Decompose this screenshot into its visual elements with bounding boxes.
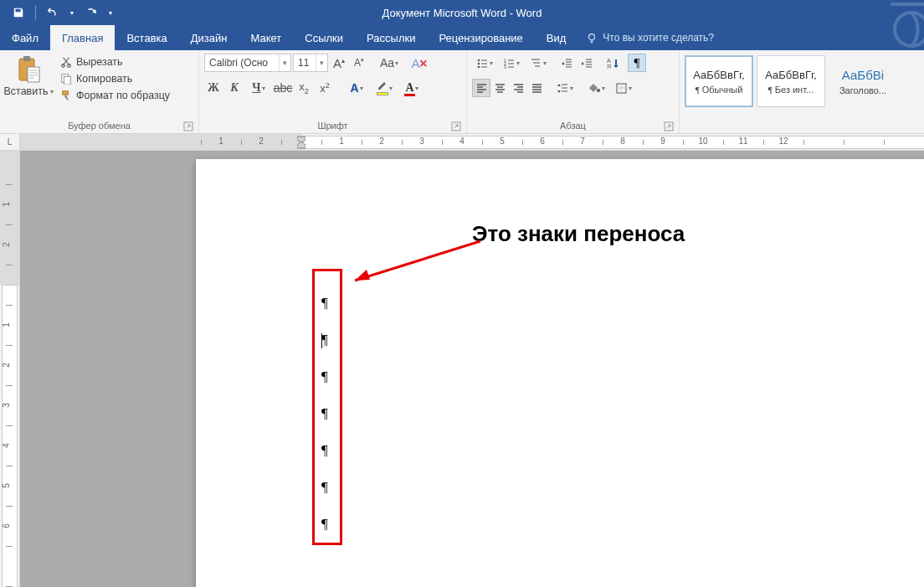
svg-text:A: A: [411, 56, 420, 70]
style-normal[interactable]: АаБбВвГг, ¶Обычный: [685, 55, 753, 107]
title-bar: ▾ ▾ Документ Microsoft Word - Word: [0, 0, 924, 25]
show-hide-marks-button[interactable]: ¶: [628, 54, 646, 72]
change-case-button[interactable]: Aa▾: [377, 54, 402, 72]
annotation-arrow: [338, 234, 497, 293]
svg-point-0: [895, 13, 924, 46]
paste-button[interactable]: Вставить▾: [5, 54, 52, 97]
format-painter-button[interactable]: Формат по образцу: [55, 87, 175, 104]
font-launcher[interactable]: [451, 121, 461, 131]
cut-button[interactable]: Вырезать: [55, 54, 175, 70]
svg-point-14: [478, 62, 480, 64]
style-preview: АаБбВвГг,: [765, 69, 816, 81]
highlight-color-button[interactable]: ▾: [372, 79, 397, 97]
cut-label: Вырезать: [76, 56, 123, 68]
annotation-box: [312, 269, 342, 545]
workspace: L 21123456789101112 21123456 ¶¶¶¶¶¶¶ Это…: [0, 134, 924, 587]
bold-button[interactable]: Ж: [204, 79, 223, 97]
clear-formatting-button[interactable]: A: [410, 54, 429, 72]
svg-rect-3: [23, 56, 30, 61]
copy-button[interactable]: Копировать: [55, 70, 175, 87]
align-center-button[interactable]: [490, 79, 509, 97]
svg-point-5: [62, 64, 65, 68]
tab-file[interactable]: Файл: [0, 25, 50, 50]
group-font-label: Шрифт: [317, 121, 347, 131]
window-title: Документ Microsoft Word - Word: [382, 7, 542, 19]
tab-view[interactable]: Вид: [535, 25, 578, 50]
ruler-corner[interactable]: L: [0, 134, 20, 151]
underline-button[interactable]: Ч▾: [246, 79, 271, 97]
horizontal-ruler[interactable]: 21123456789101112: [20, 134, 924, 151]
shrink-font-button[interactable]: A▾: [350, 54, 368, 72]
svg-rect-8: [64, 76, 70, 85]
style-no-spacing[interactable]: АаБбВвГг, ¶Без инт...: [757, 55, 825, 107]
align-left-button[interactable]: [472, 79, 490, 97]
ribbon-tabs: Файл Главная Вставка Дизайн Макет Ссылки…: [0, 25, 924, 50]
align-right-button[interactable]: [509, 79, 527, 97]
style-preview: АаБбВвГг,: [693, 69, 744, 81]
svg-line-26: [355, 241, 480, 281]
copy-label: Копировать: [76, 73, 132, 85]
grow-font-button[interactable]: A▴: [330, 54, 348, 72]
sort-button[interactable]: AЯ: [603, 54, 621, 72]
format-painter-label: Формат по образцу: [76, 90, 170, 101]
group-paragraph: ▾ 123▾ ▾ AЯ ¶ ▾: [467, 50, 680, 133]
numbering-button[interactable]: 123▾: [499, 54, 524, 72]
svg-rect-9: [63, 91, 69, 95]
style-name: Заголово...: [839, 85, 886, 95]
shading-button[interactable]: ▾: [584, 79, 609, 97]
svg-point-15: [478, 65, 480, 68]
tab-references[interactable]: Ссылки: [293, 25, 355, 50]
group-clipboard-label: Буфер обмена: [68, 121, 131, 131]
multilevel-list-button[interactable]: ▾: [526, 54, 551, 72]
strikethrough-button[interactable]: abc: [274, 79, 292, 97]
svg-text:3: 3: [504, 64, 506, 70]
svg-text:Я: Я: [607, 64, 611, 70]
line-spacing-button[interactable]: ▾: [552, 79, 578, 97]
svg-point-13: [478, 59, 480, 61]
qat-customize-dropdown[interactable]: ▾: [105, 2, 116, 23]
group-paragraph-label: Абзац: [560, 121, 586, 131]
svg-rect-4: [28, 67, 39, 82]
vertical-ruler[interactable]: 21123456: [0, 151, 20, 587]
decorative-swirl: [865, 0, 924, 67]
font-size-value: 11: [298, 57, 309, 69]
subscript-button[interactable]: x2: [295, 79, 313, 97]
italic-button[interactable]: К: [225, 79, 244, 97]
tab-mailings[interactable]: Рассылки: [355, 25, 427, 50]
decrease-indent-button[interactable]: [557, 54, 576, 72]
tab-home[interactable]: Главная: [50, 25, 115, 50]
undo-history-dropdown[interactable]: ▾: [66, 2, 78, 23]
superscript-button[interactable]: x2: [316, 79, 334, 97]
group-font: Calibri (Осно▾ 11▾ A▴ A▾ Aa▾ A Ж К Ч▾ ab…: [199, 50, 467, 133]
font-color-button[interactable]: A▾: [399, 79, 424, 97]
tell-me-search[interactable]: Что вы хотите сделать?: [586, 25, 714, 50]
document-area[interactable]: ¶¶¶¶¶¶¶ Это знаки переноса: [20, 151, 924, 587]
bullets-button[interactable]: ▾: [472, 54, 497, 72]
redo-button[interactable]: [80, 2, 103, 23]
ribbon: Вставить▾ Вырезать Копировать Формат по …: [0, 50, 924, 134]
paragraph-launcher[interactable]: [664, 121, 674, 131]
style-name: Без инт...: [775, 85, 814, 95]
svg-text:A: A: [607, 58, 611, 64]
font-size-combo[interactable]: 11▾: [293, 54, 328, 72]
justify-button[interactable]: [527, 79, 546, 97]
clipboard-launcher[interactable]: [183, 121, 193, 131]
font-name-combo[interactable]: Calibri (Осно▾: [204, 54, 291, 72]
style-preview: АаБбВі: [842, 68, 884, 82]
style-name: Обычный: [702, 85, 743, 95]
font-name-value: Calibri (Осно: [209, 57, 268, 69]
svg-marker-25: [297, 142, 305, 148]
svg-point-21: [597, 89, 600, 92]
save-button[interactable]: [7, 2, 30, 23]
increase-indent-button[interactable]: [578, 54, 596, 72]
tab-insert[interactable]: Вставка: [115, 25, 178, 50]
borders-button[interactable]: ▾: [611, 79, 636, 97]
tab-review[interactable]: Рецензирование: [427, 25, 534, 50]
text-effects-button[interactable]: A▾: [344, 79, 369, 97]
tab-design[interactable]: Дизайн: [179, 25, 239, 50]
svg-point-6: [68, 64, 71, 68]
tab-layout[interactable]: Макет: [239, 25, 293, 50]
quick-access-toolbar: ▾ ▾: [0, 2, 116, 23]
tell-me-placeholder: Что вы хотите сделать?: [603, 32, 714, 44]
undo-button[interactable]: [41, 2, 64, 23]
